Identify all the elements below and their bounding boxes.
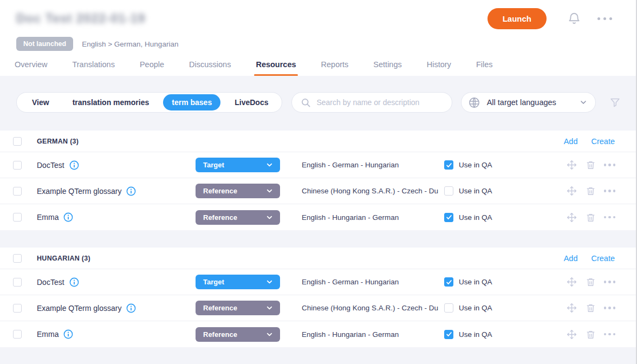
- move-icon[interactable]: [566, 159, 577, 171]
- create-link[interactable]: Create: [591, 254, 615, 263]
- info-icon[interactable]: [126, 186, 136, 196]
- role-dropdown[interactable]: Reference: [196, 327, 280, 342]
- move-icon[interactable]: [566, 212, 577, 223]
- role-dropdown[interactable]: Target: [196, 275, 280, 289]
- use-in-qa-checkbox[interactable]: [444, 186, 453, 196]
- info-icon[interactable]: [69, 277, 79, 287]
- chevron-down-icon: [265, 187, 274, 195]
- role-dropdown[interactable]: Reference: [196, 210, 280, 225]
- resource-row: Example QTerm glossary Reference Chinese…: [0, 295, 637, 321]
- section-select-checkbox[interactable]: [13, 137, 22, 146]
- row-select-checkbox[interactable]: [13, 304, 22, 313]
- language-list: English - German - Hungarian: [302, 161, 439, 169]
- resource-type-switcher: View translation memoriesterm basesLiveD…: [16, 92, 282, 113]
- move-icon[interactable]: [566, 185, 577, 197]
- tab-bar: OverviewTranslationsPeopleDiscussionsRes…: [0, 56, 637, 76]
- tab-translations[interactable]: Translations: [72, 56, 114, 76]
- resource-name: Emma: [37, 213, 58, 222]
- row-more-icon[interactable]: [604, 304, 616, 311]
- role-dropdown[interactable]: Reference: [196, 301, 280, 315]
- use-in-qa-checkbox[interactable]: [444, 213, 453, 222]
- trash-icon[interactable]: [586, 186, 596, 196]
- view-label: View: [19, 98, 61, 107]
- page-header: Doc Test 2022-01-19 Launch Not launched …: [0, 0, 637, 76]
- tab-files[interactable]: Files: [476, 56, 493, 76]
- trash-icon[interactable]: [586, 303, 596, 313]
- language-list: Chinese (Hong Kong S.A.R.) - Czech - Du…: [302, 304, 439, 312]
- trash-icon[interactable]: [586, 277, 596, 287]
- role-dropdown-value: Target: [203, 278, 265, 286]
- launch-button[interactable]: Launch: [487, 8, 547, 29]
- move-icon[interactable]: [566, 276, 577, 288]
- add-link[interactable]: Add: [564, 137, 578, 146]
- create-link[interactable]: Create: [591, 137, 615, 146]
- language-list: English - Hungarian - German: [302, 213, 439, 222]
- language-list: English - Hungarian - German: [302, 330, 439, 339]
- section-header: GERMAN (3) Add Create: [0, 131, 637, 152]
- section-title: GERMAN (3): [37, 138, 79, 145]
- use-in-qa-checkbox[interactable]: [444, 303, 453, 313]
- role-dropdown[interactable]: Reference: [196, 184, 280, 198]
- role-dropdown-value: Reference: [203, 213, 265, 222]
- row-more-icon[interactable]: [604, 161, 616, 168]
- use-in-qa-checkbox[interactable]: [444, 160, 453, 170]
- info-icon[interactable]: [69, 160, 79, 170]
- row-more-icon[interactable]: [604, 278, 616, 285]
- chevron-down-icon: [265, 330, 274, 339]
- section-select-checkbox[interactable]: [13, 254, 22, 263]
- tab-resources[interactable]: Resources: [256, 56, 296, 76]
- row-more-icon[interactable]: [604, 214, 616, 221]
- search-icon: [301, 98, 311, 108]
- use-in-qa-label: Use in QA: [459, 304, 492, 312]
- role-dropdown-value: Target: [203, 161, 265, 169]
- role-dropdown-value: Reference: [203, 330, 265, 339]
- chevron-down-icon: [579, 98, 588, 107]
- info-icon[interactable]: [126, 303, 136, 313]
- row-select-checkbox[interactable]: [13, 278, 22, 287]
- target-language-dropdown[interactable]: All target languages: [461, 92, 596, 113]
- notifications-bell-icon[interactable]: [567, 11, 581, 25]
- info-icon[interactable]: [63, 212, 73, 222]
- search-box: [291, 92, 452, 113]
- row-select-checkbox[interactable]: [13, 187, 22, 196]
- language-section: HUNGARIAN (3) Add Create DocTest Target: [0, 248, 637, 347]
- tab-people[interactable]: People: [140, 56, 164, 76]
- move-icon[interactable]: [566, 329, 577, 340]
- tab-discussions[interactable]: Discussions: [189, 56, 231, 76]
- section-title: HUNGARIAN (3): [37, 255, 90, 262]
- resource-sections: GERMAN (3) Add Create DocTest Target En: [0, 131, 637, 347]
- trash-icon[interactable]: [586, 329, 596, 340]
- use-in-qa-checkbox[interactable]: [444, 277, 453, 287]
- segment-livedocs[interactable]: LiveDocs: [226, 94, 277, 110]
- tab-overview[interactable]: Overview: [15, 56, 47, 76]
- section-header: HUNGARIAN (3) Add Create: [0, 248, 637, 269]
- resource-row: Example QTerm glossary Reference Chinese…: [0, 178, 637, 204]
- resource-name: Example QTerm glossary: [37, 304, 121, 313]
- row-select-checkbox[interactable]: [13, 330, 22, 339]
- row-select-checkbox[interactable]: [13, 213, 22, 222]
- use-in-qa-label: Use in QA: [459, 330, 492, 339]
- segment-translation-memories[interactable]: translation memories: [64, 94, 158, 110]
- header-more-icon[interactable]: [597, 17, 612, 20]
- trash-icon[interactable]: [586, 212, 596, 223]
- move-icon[interactable]: [566, 302, 577, 314]
- row-select-checkbox[interactable]: [13, 161, 22, 170]
- filter-funnel-icon[interactable]: [609, 97, 621, 108]
- row-more-icon[interactable]: [604, 187, 616, 194]
- trash-icon[interactable]: [586, 160, 596, 170]
- row-more-icon[interactable]: [604, 331, 616, 338]
- role-dropdown[interactable]: Target: [196, 158, 280, 172]
- status-badge: Not launched: [16, 37, 73, 51]
- chevron-down-icon: [265, 304, 274, 312]
- resource-row: DocTest Target English - German - Hungar…: [0, 152, 637, 178]
- search-input[interactable]: [316, 98, 451, 107]
- use-in-qa-label: Use in QA: [459, 187, 492, 195]
- tab-reports[interactable]: Reports: [321, 56, 349, 76]
- use-in-qa-checkbox[interactable]: [444, 330, 453, 339]
- use-in-qa-label: Use in QA: [459, 278, 492, 286]
- segment-term-bases[interactable]: term bases: [163, 94, 220, 110]
- tab-settings[interactable]: Settings: [373, 56, 401, 76]
- info-icon[interactable]: [63, 329, 73, 339]
- tab-history[interactable]: History: [427, 56, 451, 76]
- add-link[interactable]: Add: [564, 254, 578, 263]
